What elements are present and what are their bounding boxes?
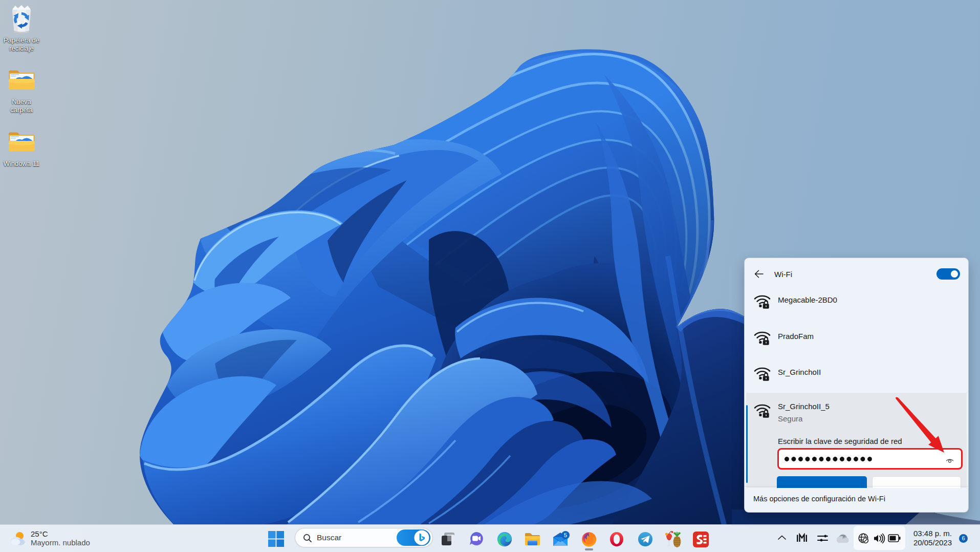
svg-text:5: 5: [564, 532, 567, 538]
